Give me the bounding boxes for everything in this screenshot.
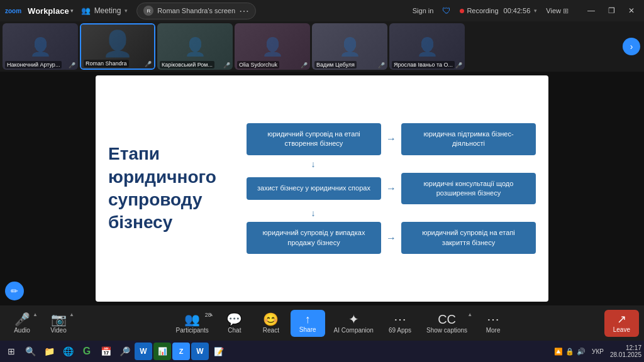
recording-label: Recording xyxy=(467,7,498,14)
date-display: 28.01.2025 xyxy=(610,351,641,358)
audio-button[interactable]: 🎤 Audio ▲ xyxy=(5,310,39,336)
flow-row-3: юридичний супровід у випадках продажу бі… xyxy=(247,222,536,254)
security-shield-icon: 🛡 xyxy=(442,6,451,16)
arrow-right-icon: → xyxy=(386,183,396,194)
participant-tile[interactable]: 👤 Наконечний Артур... 🎤 xyxy=(3,23,78,70)
leave-button[interactable]: ↗ Leave xyxy=(604,310,639,337)
win-controls: — ❐ ✕ xyxy=(584,3,639,18)
leave-label: Leave xyxy=(613,326,630,333)
zoom-taskbar-icon[interactable]: Z xyxy=(172,343,190,360)
flow-row-2: захист бізнесу у юридичних спорах → юрид… xyxy=(247,173,536,205)
arrow-down-icon: ↓ xyxy=(311,208,316,218)
mic-muted-icon: 🎤 xyxy=(14,313,30,326)
search-taskbar-button[interactable]: 🔍 xyxy=(21,343,39,360)
participant-name: Ярослав Іваньо та О... xyxy=(392,61,455,69)
mic-muted-icon: 🎤 xyxy=(378,62,385,69)
slide-diagram: юридичний супровід на етапі створення бі… xyxy=(247,123,536,254)
people-icon: 👥 xyxy=(81,6,91,15)
ai-companion-button[interactable]: ✦ AI Companion xyxy=(328,310,380,336)
toolbar: 🎤 Audio ▲ 📷 Video ▲ 👥 Participants 28 ▲ … xyxy=(0,305,644,341)
react-button[interactable]: 😊 React xyxy=(254,310,288,336)
zoom-logo: zoom xyxy=(5,8,21,14)
minimize-button[interactable]: — xyxy=(584,3,599,18)
participants-label: Participants xyxy=(176,327,209,334)
taskbar-right: 🔼 🔒 🔊 УКР 12:17 28.01.2025 xyxy=(554,344,641,358)
screen-share-dots[interactable]: ⋯ xyxy=(239,5,249,17)
participant-tile[interactable]: 👤 Ярослав Іваньо та О... 🎤 xyxy=(389,23,465,70)
participants-button[interactable]: 👥 Participants 28 ▲ xyxy=(170,310,215,336)
flow-box-3-2: юридичний супровід на етапі закриття біз… xyxy=(401,222,536,254)
react-icon: 😊 xyxy=(263,313,279,326)
flow-box-1-1: юридичний супровід на етапі створення бі… xyxy=(247,123,381,155)
screen-share-pill[interactable]: R Roman Shandra's screen ⋯ xyxy=(136,3,256,19)
taskbar-icon[interactable]: 📊 xyxy=(153,343,171,360)
more-icon: ⋯ xyxy=(487,313,499,326)
participant-tile[interactable]: 👤 Olia Sydorchuk 🎤 xyxy=(235,23,310,70)
apps-icon: ⋯ xyxy=(394,313,406,326)
flow-row-1: юридичний супровід на етапі створення бі… xyxy=(247,123,536,155)
participant-tile[interactable]: 👤 Вадим Цебуля 🎤 xyxy=(312,23,387,70)
taskbar-icon[interactable]: 📝 xyxy=(210,343,228,360)
restore-button[interactable]: ❐ xyxy=(604,3,619,18)
more-label: More xyxy=(486,327,501,334)
captions-button[interactable]: CC Show captions ▲ xyxy=(420,310,474,336)
share-button[interactable]: ↑ Share xyxy=(291,310,325,337)
video-button[interactable]: 📷 Video ▲ xyxy=(42,310,75,336)
meeting-label[interactable]: Meeting xyxy=(94,6,121,15)
recording-section: Recording 00:42:56 ▾ xyxy=(460,7,537,14)
captions-icon: CC xyxy=(438,313,456,326)
close-button[interactable]: ✕ xyxy=(624,3,639,18)
time-display: 12:17 xyxy=(610,344,641,351)
view-section[interactable]: View ⊞ xyxy=(546,7,569,15)
arrow-down-icon: ↓ xyxy=(311,159,316,169)
participant-tile-active[interactable]: 👤 Roman Shandra 🎤 xyxy=(80,23,155,70)
taskbar-icon[interactable]: G xyxy=(78,343,96,360)
chat-label: Chat xyxy=(228,327,241,334)
taskbar-icon[interactable]: W xyxy=(191,343,209,360)
participant-tile[interactable]: 👤 Каріковський Ром... 🎤 xyxy=(157,23,233,70)
apps-button[interactable]: ⋯ 69 Apps xyxy=(382,310,418,336)
participant-name: Olia Sydorchuk xyxy=(237,61,279,69)
taskbar-icon[interactable]: 📁 xyxy=(40,343,58,360)
workplace-label: Workplace xyxy=(28,6,69,16)
taskbar-icon[interactable]: 🔎 xyxy=(116,343,133,360)
system-clock: 12:17 28.01.2025 xyxy=(610,344,641,358)
slide-container: Етапи юридичного супроводу бізнесу юриди… xyxy=(96,75,548,302)
participant-strip: 👤 Наконечний Артур... 🎤 👤 Roman Shandra … xyxy=(0,21,644,72)
taskbar-icon[interactable]: W xyxy=(135,343,152,360)
chat-icon: 💬 xyxy=(226,313,242,326)
audio-chevron: ▲ xyxy=(33,312,38,317)
audio-label: Audio xyxy=(14,327,30,334)
captions-label: Show captions xyxy=(426,327,467,334)
view-grid-icon: ⊞ xyxy=(563,7,569,15)
captions-chevron: ▲ xyxy=(467,312,472,317)
flow-box-2-2: юридичні консультації щодо розширення бі… xyxy=(401,173,536,205)
ai-icon: ✦ xyxy=(348,313,359,326)
main-content: Етапи юридичного супроводу бізнесу юриди… xyxy=(0,72,644,305)
recording-chevron: ▾ xyxy=(534,8,537,14)
video-icon: 📷 xyxy=(51,313,67,326)
next-participants-button[interactable]: › xyxy=(623,38,640,55)
mic-muted-icon: 🎤 xyxy=(69,62,75,69)
ai-label: AI Companion xyxy=(334,327,374,334)
participants-chevron: ▲ xyxy=(209,312,214,317)
toolbar-left-group: 🎤 Audio ▲ 📷 Video ▲ xyxy=(5,310,75,336)
video-chevron: ▲ xyxy=(69,312,74,317)
apps-label: 69 Apps xyxy=(389,327,411,334)
flow-down-arrows-2: ↓ xyxy=(247,209,536,217)
flow-box-2-1: захист бізнесу у юридичних спорах xyxy=(247,177,381,199)
toolbar-center-group: 👥 Participants 28 ▲ 💬 Chat 😊 React ↑ Sha… xyxy=(170,310,511,337)
signin-label[interactable]: Sign in xyxy=(413,7,434,14)
workplace-chevron: ▾ xyxy=(70,8,74,14)
sys-lang: УКР xyxy=(592,348,604,355)
more-button[interactable]: ⋯ More xyxy=(476,310,510,336)
recording-timer: 00:42:56 xyxy=(504,7,531,14)
windows-taskbar: ⊞ 🔍 📁 🌐 G 📅 🔎 W 📊 Z W 📝 🔼 🔒 🔊 УКР 12:17 … xyxy=(0,341,644,362)
chat-button[interactable]: 💬 Chat xyxy=(218,310,252,336)
taskbar-icon[interactable]: 🌐 xyxy=(59,343,77,360)
recording-dot xyxy=(460,9,464,13)
edit-button[interactable]: ✏ xyxy=(5,282,24,300)
slide-left: Етапи юридичного супроводу бізнесу xyxy=(108,143,234,234)
taskbar-icon[interactable]: 📅 xyxy=(97,343,114,360)
start-button[interactable]: ⊞ xyxy=(3,343,20,360)
